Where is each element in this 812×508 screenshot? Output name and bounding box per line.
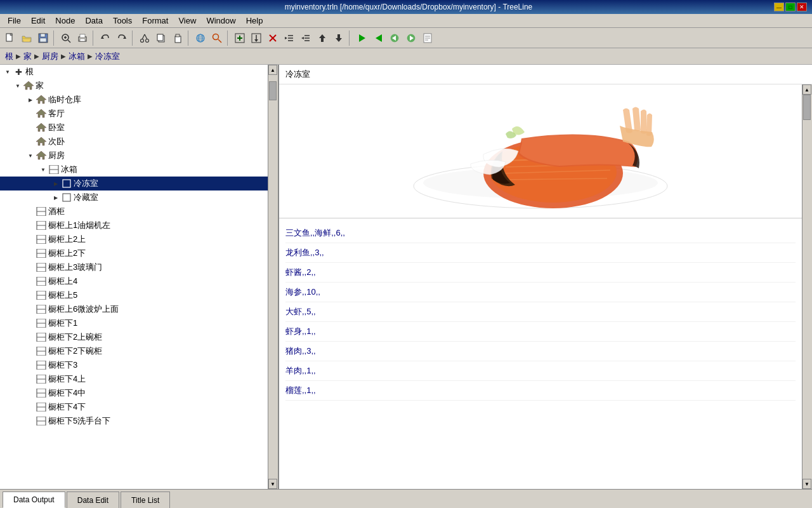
content-scroll-thumb[interactable] bbox=[803, 95, 811, 120]
expand-temp[interactable]: ▶ bbox=[25, 93, 36, 107]
toolbar-save[interactable] bbox=[36, 30, 51, 46]
breadcrumb-home[interactable]: 家 bbox=[23, 51, 32, 62]
expand-cabinet15[interactable]: ▶ bbox=[25, 400, 36, 414]
expand-cabinet8[interactable]: ▶ bbox=[25, 302, 36, 316]
expand-kitchen[interactable]: ▼ bbox=[25, 149, 36, 163]
tree-item-cabinet14[interactable]: ▶ 橱柜下4中 bbox=[0, 386, 278, 400]
breadcrumb-fridge[interactable]: 冰箱 bbox=[69, 51, 85, 62]
tree-item-cabinet11[interactable]: ▶ 橱柜下2下碗柜 bbox=[0, 344, 278, 358]
toolbar-print[interactable] bbox=[75, 30, 90, 46]
tab-title-list[interactable]: Title List bbox=[121, 491, 170, 508]
toolbar-open[interactable] bbox=[19, 30, 34, 46]
toolbar-undo[interactable] bbox=[98, 30, 113, 46]
tree-item-cabinet4[interactable]: ▶ 橱柜上2下 bbox=[0, 246, 278, 260]
expand-cabinet1[interactable]: ▶ bbox=[25, 204, 36, 218]
tree-item-cabinet10[interactable]: ▶ 橱柜下2上碗柜 bbox=[0, 330, 278, 344]
expand-fridge[interactable]: ▼ bbox=[38, 163, 48, 177]
expand-cabinet4[interactable]: ▶ bbox=[25, 246, 36, 260]
tab-data-edit[interactable]: Data Edit bbox=[67, 491, 119, 508]
content-scroll-up[interactable]: ▲ bbox=[802, 84, 811, 95]
content-scrollbar[interactable]: ▲ ▼ bbox=[802, 84, 812, 489]
menu-node[interactable]: Node bbox=[50, 15, 80, 27]
expand-second[interactable]: ▶ bbox=[25, 135, 36, 149]
menu-file[interactable]: File bbox=[3, 15, 26, 27]
expand-cabinet6[interactable]: ▶ bbox=[25, 274, 36, 288]
minimize-button[interactable]: — bbox=[774, 3, 784, 11]
close-button[interactable]: ✕ bbox=[797, 3, 807, 11]
tree-item-temp[interactable]: ▶ 临时仓库 bbox=[0, 93, 278, 107]
maximize-button[interactable]: □ bbox=[785, 3, 796, 11]
toolbar-move-down[interactable] bbox=[331, 30, 346, 46]
tree-scrollbar[interactable]: ▲ ▼ bbox=[268, 65, 278, 489]
toolbar-unindent[interactable] bbox=[298, 30, 313, 46]
tree-scroll-up[interactable]: ▲ bbox=[268, 65, 277, 75]
expand-cabinet3[interactable]: ▶ bbox=[25, 232, 36, 246]
toolbar-node-insert[interactable] bbox=[249, 30, 264, 46]
expand-root[interactable]: ▼ bbox=[3, 65, 13, 79]
tree-item-chiller[interactable]: ▶ 冷藏室 bbox=[0, 190, 278, 204]
menu-format[interactable]: Format bbox=[137, 15, 173, 27]
menu-tools[interactable]: Tools bbox=[108, 15, 137, 27]
toolbar-prev[interactable] bbox=[387, 30, 402, 46]
tree-item-cabinet15[interactable]: ▶ 橱柜下4下 bbox=[0, 400, 278, 414]
toolbar-move-up[interactable] bbox=[315, 30, 330, 46]
tree-item-freezer[interactable]: ▶ 冷冻室 bbox=[0, 177, 278, 190]
toolbar-paste[interactable] bbox=[170, 30, 185, 46]
toolbar-delete[interactable] bbox=[265, 30, 280, 46]
tree-item-second[interactable]: ▶ 次卧 bbox=[0, 135, 278, 149]
toolbar-next[interactable] bbox=[403, 30, 419, 46]
expand-cabinet14[interactable]: ▶ bbox=[25, 386, 36, 400]
toolbar-node-add[interactable] bbox=[232, 30, 247, 46]
expand-chiller[interactable]: ▶ bbox=[51, 190, 61, 204]
expand-living[interactable]: ▶ bbox=[25, 107, 36, 121]
toolbar-pause[interactable] bbox=[370, 30, 386, 46]
menu-view[interactable]: View bbox=[173, 15, 201, 27]
breadcrumb-root[interactable]: 根 bbox=[5, 51, 13, 62]
tree-item-home[interactable]: ▼ 家 bbox=[0, 79, 278, 93]
expand-cabinet11[interactable]: ▶ bbox=[25, 344, 36, 358]
expand-bedroom[interactable]: ▶ bbox=[25, 121, 36, 135]
tree-scroll-down[interactable]: ▼ bbox=[268, 479, 277, 489]
expand-home[interactable]: ▼ bbox=[13, 79, 23, 93]
toolbar-note[interactable] bbox=[420, 30, 435, 46]
toolbar-redo[interactable] bbox=[114, 30, 129, 46]
toolbar-cut[interactable] bbox=[137, 30, 152, 46]
menu-data[interactable]: Data bbox=[80, 15, 107, 27]
expand-freezer[interactable]: ▶ bbox=[51, 177, 61, 190]
expand-cabinet9[interactable]: ▶ bbox=[25, 316, 36, 330]
expand-cabinet16[interactable]: ▶ bbox=[25, 414, 36, 428]
content-scroll-down[interactable]: ▼ bbox=[802, 479, 811, 489]
tree-item-cabinet9[interactable]: ▶ 橱柜下1 bbox=[0, 316, 278, 330]
expand-cabinet13[interactable]: ▶ bbox=[25, 372, 36, 386]
toolbar-new[interactable] bbox=[3, 30, 18, 46]
menu-window[interactable]: Window bbox=[201, 15, 240, 27]
expand-cabinet7[interactable]: ▶ bbox=[25, 288, 36, 302]
toolbar-indent[interactable] bbox=[282, 30, 297, 46]
toolbar-zoom-in[interactable] bbox=[58, 30, 74, 46]
tree-item-cabinet5[interactable]: ▶ 橱柜上3玻璃门 bbox=[0, 260, 278, 274]
expand-cabinet2[interactable]: ▶ bbox=[25, 218, 36, 232]
tab-data-output[interactable]: Data Output bbox=[3, 491, 65, 508]
menu-help[interactable]: Help bbox=[241, 15, 268, 27]
breadcrumb-freezer[interactable]: 冷冻室 bbox=[95, 51, 120, 62]
tree-item-cabinet13[interactable]: ▶ 橱柜下4上 bbox=[0, 372, 278, 386]
tree-item-cabinet1[interactable]: ▶ 酒柜 bbox=[0, 204, 278, 218]
tree-item-fridge[interactable]: ▼ 冰箱 bbox=[0, 163, 278, 177]
tree-item-cabinet12[interactable]: ▶ 橱柜下3 bbox=[0, 358, 278, 372]
breadcrumb-kitchen[interactable]: 厨房 bbox=[42, 51, 58, 62]
expand-cabinet5[interactable]: ▶ bbox=[25, 260, 36, 274]
tree-item-kitchen[interactable]: ▼ 厨房 bbox=[0, 149, 278, 163]
tree-item-root[interactable]: ▼ ✚ 根 bbox=[0, 65, 278, 79]
tree-item-living[interactable]: ▶ 客厅 bbox=[0, 107, 278, 121]
tree-item-cabinet16[interactable]: ▶ 橱柜下5洗手台下 bbox=[0, 414, 278, 428]
toolbar-search[interactable] bbox=[209, 30, 225, 46]
tree-item-bedroom[interactable]: ▶ 卧室 bbox=[0, 121, 278, 135]
toolbar-web[interactable] bbox=[193, 30, 208, 46]
expand-cabinet12[interactable]: ▶ bbox=[25, 358, 36, 372]
tree-item-cabinet6[interactable]: ▶ 橱柜上4 bbox=[0, 274, 278, 288]
tree-item-cabinet8[interactable]: ▶ 橱柜上6微波炉上面 bbox=[0, 302, 278, 316]
toolbar-play[interactable] bbox=[354, 30, 369, 46]
tree-item-cabinet2[interactable]: ▶ 橱柜上1油烟机左 bbox=[0, 218, 278, 232]
menu-edit[interactable]: Edit bbox=[26, 15, 50, 27]
toolbar-copy[interactable] bbox=[154, 30, 169, 46]
